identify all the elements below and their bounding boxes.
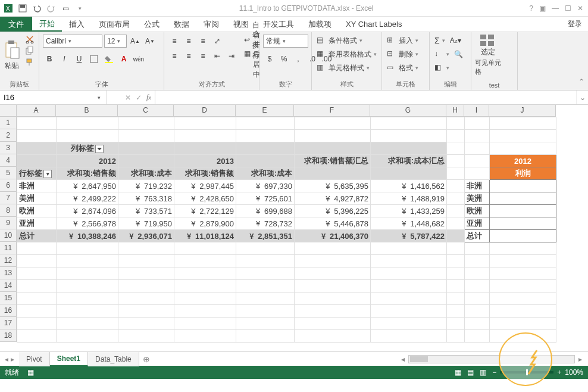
font-size-combo[interactable]: 12▾ — [104, 35, 127, 48]
currency-button[interactable]: $ — [263, 52, 276, 66]
bold-button[interactable]: B — [43, 52, 56, 66]
row-headers[interactable]: 123456789101112131415161718 — [0, 117, 17, 342]
macro-record-icon[interactable]: ▦ — [27, 368, 34, 377]
row-header-1[interactable]: 1 — [0, 117, 17, 129]
row-header-7[interactable]: 7 — [0, 192, 17, 204]
fill-button[interactable]: ↓▾ 🔍 — [433, 48, 464, 60]
tab-pagelayout[interactable]: 页面布局 — [92, 17, 137, 32]
cancel-formula-icon[interactable]: ✕ — [125, 94, 131, 102]
zoom-out-icon[interactable]: − — [492, 368, 496, 377]
pagelayout-view-icon[interactable]: ▤ — [467, 368, 474, 377]
sheet-tab-pivot[interactable]: Pivot — [19, 352, 50, 366]
conditional-format-button[interactable]: ▤条件格式▾ — [315, 35, 378, 46]
name-box-input[interactable] — [4, 93, 95, 102]
row-header-12[interactable]: 12 — [0, 254, 17, 267]
row-header-15[interactable]: 15 — [0, 292, 17, 304]
new-sheet-button[interactable]: ⊕ — [139, 354, 154, 364]
row-header-8[interactable]: 8 — [0, 204, 17, 217]
col-filter-button[interactable]: ⏷ — [95, 145, 104, 153]
row-filter-button[interactable]: ▾ — [43, 170, 52, 178]
row-header-13[interactable]: 13 — [0, 267, 17, 279]
col-header-I[interactable]: I — [464, 105, 489, 117]
accept-formula-icon[interactable]: ✓ — [136, 94, 142, 102]
col-header-B[interactable]: B — [56, 105, 118, 117]
align-center-button[interactable]: ≡ — [182, 49, 195, 63]
tab-view[interactable]: 视图 — [226, 17, 256, 32]
shrink-font-button[interactable]: A▼ — [143, 35, 157, 48]
tab-review[interactable]: 审阅 — [196, 17, 226, 32]
column-headers[interactable]: ABCDEFGHIJ — [17, 105, 556, 117]
indent-decrease-button[interactable]: ⇤ — [211, 49, 224, 63]
underline-button[interactable]: U — [73, 52, 86, 66]
fx-icon[interactable]: fx — [146, 93, 151, 102]
row-header-2[interactable]: 2 — [0, 129, 17, 142]
font-name-combo[interactable]: Calibri▾ — [43, 35, 102, 48]
col-header-H[interactable]: H — [446, 105, 464, 117]
fill-color-button[interactable] — [102, 52, 115, 66]
close-icon[interactable]: ✕ — [577, 4, 583, 13]
formula-input[interactable] — [155, 91, 576, 104]
number-format-combo[interactable]: 常规▾ — [263, 35, 308, 48]
percent-button[interactable]: % — [277, 52, 290, 66]
row-header-4[interactable]: 4 — [0, 154, 17, 167]
chevron-down-icon[interactable]: ▾ — [95, 95, 103, 101]
format-cells-button[interactable]: ▭格式▾ — [386, 62, 420, 74]
tab-formulas[interactable]: 公式 — [137, 17, 167, 32]
indent-increase-button[interactable]: ⇥ — [225, 49, 238, 63]
align-right-button[interactable]: ≡ — [196, 49, 209, 63]
tab-xychart[interactable]: XY Chart Labels — [339, 17, 409, 32]
normal-view-icon[interactable]: ▦ — [455, 368, 461, 377]
help-icon[interactable]: ? — [529, 4, 533, 13]
select-visible-button[interactable]: 选定 可见单元格 — [475, 35, 501, 76]
col-header-F[interactable]: F — [294, 105, 370, 117]
minimize-icon[interactable]: — — [552, 4, 559, 13]
col-header-E[interactable]: E — [236, 105, 294, 117]
row-header-14[interactable]: 14 — [0, 279, 17, 292]
align-top-button[interactable]: ≡ — [168, 35, 181, 48]
touch-icon[interactable]: ▭ — [61, 4, 70, 13]
row-header-17[interactable]: 17 — [0, 317, 17, 329]
tab-addins[interactable]: 加载项 — [301, 17, 339, 32]
pagebreak-view-icon[interactable]: ▥ — [480, 368, 486, 377]
scroll-right-icon[interactable]: ▸ — [578, 355, 582, 363]
qat-more-icon[interactable]: ▾ — [75, 4, 85, 13]
delete-cells-button[interactable]: ⊟删除▾ — [386, 48, 420, 60]
scroll-thumb[interactable] — [410, 356, 428, 362]
select-all-button[interactable] — [0, 105, 17, 117]
align-middle-button[interactable]: ≡ — [182, 35, 195, 48]
format-painter-icon[interactable] — [24, 57, 35, 67]
autosum-button[interactable]: Σ▾ AZ▾ — [433, 35, 464, 46]
maximize-icon[interactable]: ☐ — [565, 4, 571, 13]
tab-insert[interactable]: 插入 — [62, 17, 92, 32]
sheet-tab-datatable[interactable]: Data_Table — [88, 352, 139, 366]
horizontal-scroll[interactable]: ◂ ▸ — [154, 355, 588, 363]
tab-data[interactable]: 数据 — [167, 17, 196, 32]
col-header-J[interactable]: J — [489, 105, 556, 117]
tab-next-icon[interactable]: ▸ — [11, 355, 14, 363]
font-color-button[interactable]: A — [117, 52, 130, 66]
zoom-in-icon[interactable]: + — [557, 368, 561, 377]
italic-button[interactable]: I — [58, 52, 71, 66]
ribbon-options-icon[interactable]: ▣ — [539, 4, 546, 13]
tab-prev-icon[interactable]: ◂ — [5, 355, 8, 363]
save-icon[interactable] — [18, 4, 27, 13]
row-header-18[interactable]: 18 — [0, 329, 17, 342]
cells-area[interactable]: 列标签⏷20122013求和项:销售额汇总求和项:成本汇总2012行标签▾求和项… — [17, 117, 556, 343]
row-header-16[interactable]: 16 — [0, 304, 17, 317]
table-format-button[interactable]: ▦套用表格格式▾ — [315, 48, 378, 60]
phonetic-button[interactable]: wén — [132, 52, 145, 66]
cell-style-button[interactable]: ▥单元格样式▾ — [315, 62, 378, 74]
row-header-11[interactable]: 11 — [0, 242, 17, 254]
col-header-A[interactable]: A — [17, 105, 56, 117]
align-bottom-button[interactable]: ≡ — [196, 35, 209, 48]
zoom-level[interactable]: 100% — [565, 368, 583, 377]
redo-icon[interactable] — [46, 4, 56, 13]
copy-icon[interactable] — [24, 46, 35, 55]
tab-file[interactable]: 文件 — [0, 17, 32, 32]
cut-icon[interactable] — [24, 35, 35, 44]
clear-button[interactable]: ◧▾ — [433, 62, 464, 74]
name-box[interactable]: ▾ — [0, 91, 107, 104]
col-header-C[interactable]: C — [118, 105, 174, 117]
paste-button[interactable]: 粘贴 — [4, 35, 20, 76]
row-header-6[interactable]: 6 — [0, 179, 17, 192]
